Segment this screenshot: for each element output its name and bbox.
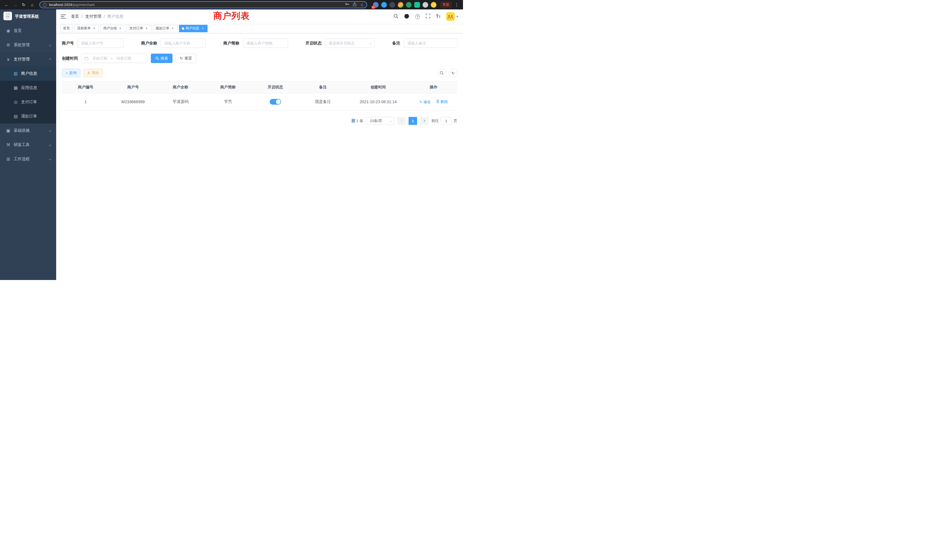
tab-user-group[interactable]: 用户分组× xyxy=(100,25,125,32)
tab-close-icon[interactable]: × xyxy=(171,27,175,30)
user-avatar[interactable] xyxy=(446,12,458,21)
browser-back-icon[interactable]: ← xyxy=(3,2,10,7)
tab-pay-order[interactable]: 支付订单× xyxy=(127,25,151,32)
tab-close-icon[interactable]: × xyxy=(92,27,96,30)
prev-page-button[interactable] xyxy=(397,117,406,125)
short-name-input[interactable] xyxy=(243,38,288,48)
top-navbar: 首页 / 支付管理 / 商户信息 ? TT xyxy=(56,9,463,24)
edit-label: 修改 xyxy=(424,100,431,104)
filter-label: 商户简称 xyxy=(224,41,239,46)
fullscreen-icon[interactable] xyxy=(426,14,430,20)
site-info-icon[interactable]: i xyxy=(43,3,47,7)
extension-icon[interactable] xyxy=(381,2,387,8)
sidebar-item-home[interactable]: ◉ 首页 xyxy=(0,24,56,38)
extension-icon[interactable] xyxy=(414,2,420,8)
extension-icon[interactable] xyxy=(389,2,395,8)
browser-reload-icon[interactable]: ↻ xyxy=(20,2,27,8)
target-icon: ◎ xyxy=(12,100,19,104)
url-bar[interactable]: i localhost:1024/pay/merchant ☆ xyxy=(39,1,367,8)
sidebar-item-merchant-info[interactable]: ▥ 商户信息 xyxy=(0,67,56,81)
start-date-input[interactable] xyxy=(89,56,110,61)
sidebar-item-app-info[interactable]: ▦ 应用信息 xyxy=(0,81,56,95)
share-icon[interactable] xyxy=(353,2,357,8)
cell-short-name: 芋艿 xyxy=(204,93,251,110)
reset-button[interactable]: ↻ 重置 xyxy=(176,54,197,63)
browser-home-icon[interactable]: ⌂ xyxy=(29,2,36,7)
browser-forward-icon[interactable]: → xyxy=(11,2,19,7)
remark-input[interactable] xyxy=(404,38,457,48)
browser-update-button[interactable]: 更新 xyxy=(440,1,452,8)
sidebar-item-system[interactable]: ⚙ 系统管理 xyxy=(0,38,56,52)
box-icon: ▣ xyxy=(5,128,11,133)
filter-row-1: 商户号 商户全称 商户简称 开启状态 请选择开启状态 xyxy=(62,38,457,48)
refresh-table-button[interactable]: ↻ xyxy=(449,69,457,77)
edit-button[interactable]: ✎修改 xyxy=(419,100,431,104)
browser-menu-icon[interactable]: ⋮ xyxy=(454,2,459,8)
bookmark-star-icon[interactable]: ☆ xyxy=(360,3,364,7)
th-status: 开启状态 xyxy=(252,82,299,93)
download-icon xyxy=(87,71,90,75)
extension-icon[interactable] xyxy=(431,2,436,8)
password-key-icon[interactable] xyxy=(345,2,349,8)
search-icon[interactable] xyxy=(393,14,398,20)
pagination-goto: 前往 页 xyxy=(431,117,457,125)
tools-icon: ⚒ xyxy=(5,142,11,147)
date-range-picker[interactable]: - xyxy=(81,54,147,63)
tab-label: 退款订单 xyxy=(156,26,169,31)
search-button[interactable]: 搜索 xyxy=(151,54,172,63)
page-button-1[interactable]: 1 xyxy=(409,117,417,125)
breadcrumb-home[interactable]: 首页 xyxy=(71,14,79,19)
tab-close-icon[interactable]: × xyxy=(118,27,122,30)
status-select[interactable]: 请选择开启状态 xyxy=(325,38,375,48)
hamburger-icon[interactable] xyxy=(61,14,66,19)
goto-page-input[interactable] xyxy=(440,117,452,125)
next-page-button[interactable] xyxy=(420,117,428,125)
font-size-icon[interactable]: TT xyxy=(436,14,440,19)
url-text[interactable]: localhost:1024/pay/merchant xyxy=(49,3,343,7)
breadcrumb-current: 商户信息 xyxy=(107,14,123,19)
sidebar-item-pay-order[interactable]: ◎ 支付订单 xyxy=(0,95,56,109)
sidebar-item-payment[interactable]: ¥ 支付管理 xyxy=(0,52,56,67)
tab-home[interactable]: 首页 xyxy=(60,25,73,32)
tab-process-form[interactable]: 流程表单× xyxy=(74,25,99,32)
breadcrumb-separator: / xyxy=(104,14,105,19)
extensions-row: 10 xyxy=(373,2,436,8)
page-size-select[interactable]: 10条/页 xyxy=(367,117,394,125)
card-icon: ▥ xyxy=(12,71,19,76)
filter-label: 商户号 xyxy=(62,41,74,46)
tab-merchant-info[interactable]: 商户信息× xyxy=(179,25,207,32)
extension-icon[interactable]: 10 xyxy=(373,2,378,8)
filter-merchant-no: 商户号 xyxy=(62,38,123,48)
breadcrumb-payment[interactable]: 支付管理 xyxy=(85,14,101,19)
filter-short-name: 商户简称 xyxy=(224,38,288,48)
sidebar-item-dev-tools[interactable]: ⚒ 研发工具 xyxy=(0,138,56,152)
filter-full-name: 商户全称 xyxy=(141,38,206,48)
end-date-input[interactable] xyxy=(113,56,134,61)
refresh-icon: ↻ xyxy=(180,56,183,60)
tab-close-icon[interactable]: × xyxy=(145,27,148,30)
full-name-input[interactable] xyxy=(160,38,206,48)
toolbar-right: ↻ xyxy=(437,69,457,77)
status-toggle[interactable] xyxy=(270,99,281,104)
help-icon[interactable]: ? xyxy=(415,14,420,19)
merchant-no-input[interactable] xyxy=(77,38,123,48)
delete-button[interactable]: 删除 xyxy=(436,99,448,104)
app-logo[interactable]: 芋道管理系统 xyxy=(0,9,56,24)
tab-refund-order[interactable]: 退款订单× xyxy=(153,25,178,32)
chevron-down-icon xyxy=(49,144,51,146)
table-toolbar: + 新增 导出 ↻ xyxy=(62,69,457,77)
sidebar-item-workflow[interactable]: ⊞ 工作流程 xyxy=(0,152,56,166)
sidebar-item-infrastructure[interactable]: ▣ 基础设施 xyxy=(0,123,56,138)
extension-icon[interactable] xyxy=(422,2,428,8)
extension-icon[interactable] xyxy=(398,2,403,8)
active-tab-dot xyxy=(182,27,184,30)
export-button[interactable]: 导出 xyxy=(83,69,103,77)
add-button[interactable]: + 新增 xyxy=(62,69,80,77)
sidebar-item-refund-order[interactable]: ▤ 退款订单 xyxy=(0,109,56,123)
total-prefix: 共 xyxy=(351,119,355,123)
github-icon[interactable] xyxy=(404,14,409,20)
toggle-search-button[interactable] xyxy=(437,69,446,77)
tab-close-icon[interactable]: × xyxy=(201,27,205,30)
chevron-down-icon xyxy=(49,44,51,46)
extension-icon[interactable] xyxy=(406,2,412,8)
